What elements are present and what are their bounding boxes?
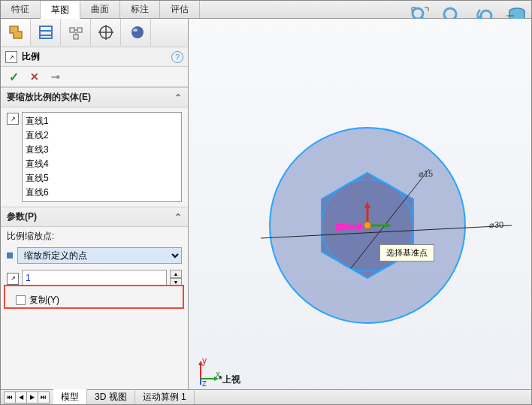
- scale-point-dropdown[interactable]: 缩放所定义的点: [17, 247, 182, 264]
- svg-rect-7: [40, 26, 52, 38]
- dimension-label[interactable]: ⌀15: [419, 169, 433, 179]
- svg-rect-13: [74, 35, 78, 39]
- svg-text:z: z: [202, 378, 207, 386]
- entity-list[interactable]: 直线1 直线2 直线3 直线4 直线5 直线6 圆弧1 圆弧2: [22, 112, 182, 202]
- svg-point-0: [413, 8, 423, 19]
- list-item[interactable]: 圆弧1: [24, 200, 180, 202]
- tooltip: 选择基准点: [379, 244, 434, 261]
- section-entities-header[interactable]: 要缩放比例的实体(E) ⌃: [1, 87, 188, 107]
- scale-factor-input[interactable]: [22, 270, 167, 286]
- scale-icon: ↗: [5, 51, 17, 63]
- svg-rect-10: [70, 28, 74, 32]
- tab-nav-prev-button[interactable]: ◀: [15, 391, 27, 403]
- svg-point-18: [131, 26, 144, 38]
- tab-annotation[interactable]: 标注: [120, 1, 160, 18]
- tab-nav-last-button[interactable]: ⏭: [38, 391, 50, 403]
- list-item[interactable]: 直线3: [24, 143, 180, 157]
- tab-evaluate[interactable]: 评估: [160, 1, 200, 18]
- panel-tab-feature[interactable]: [1, 19, 31, 46]
- entity-picker-icon[interactable]: ↗: [7, 113, 19, 125]
- help-icon[interactable]: ?: [171, 51, 183, 63]
- copy-checkbox[interactable]: [16, 295, 26, 305]
- panel-tab-dimxpert[interactable]: [91, 19, 121, 46]
- property-panel: ↗ 比例 ? ✓ ✕ ⊸ 要缩放比例的实体(E) ⌃ ↗ 直线1 直线2 直线3…: [1, 19, 189, 389]
- svg-text:y: y: [202, 356, 207, 366]
- tab-feature[interactable]: 特征: [1, 1, 41, 18]
- svg-marker-30: [336, 222, 364, 232]
- copy-label: 复制(Y): [29, 294, 59, 307]
- list-item[interactable]: 直线5: [24, 171, 180, 186]
- list-item[interactable]: 直线4: [24, 157, 180, 171]
- panel-tab-config[interactable]: [61, 19, 91, 46]
- annotation-arrow-icon: [336, 222, 364, 232]
- panel-tab-appearance[interactable]: [121, 19, 151, 46]
- dropdown-marker-icon: [7, 252, 13, 258]
- svg-point-29: [364, 222, 371, 229]
- document-tabs: ⏮ ◀ ▶ ⏭ 模型 3D 视图 运动算例 1: [1, 389, 531, 404]
- tab-sketch[interactable]: 草图: [41, 2, 80, 19]
- pin-button[interactable]: ⊸: [49, 70, 62, 83]
- dimension-label[interactable]: ⌀30: [489, 220, 503, 230]
- spin-up-button[interactable]: ▲: [170, 270, 182, 278]
- tab-surface[interactable]: 曲面: [80, 1, 120, 18]
- list-item[interactable]: 直线6: [24, 186, 180, 200]
- collapse-icon[interactable]: ⌃: [174, 212, 182, 222]
- spin-buttons: ▲ ▼: [170, 270, 182, 286]
- panel-tab-property[interactable]: [31, 19, 61, 46]
- scale-factor-icon[interactable]: ↗: [7, 273, 19, 285]
- tab-3dview[interactable]: 3D 视图: [87, 389, 135, 405]
- section-params-label: 参数(P): [7, 210, 37, 223]
- cancel-button[interactable]: ✕: [28, 70, 41, 83]
- panel-header: ↗ 比例 ?: [1, 47, 188, 67]
- panel-actions: ✓ ✕ ⊸: [1, 67, 188, 87]
- graphics-viewport[interactable]: ⌀15 ⌀30 选择基准点 y x z *上视: [189, 19, 531, 389]
- tab-motion[interactable]: 运动算例 1: [135, 389, 195, 405]
- tab-nav-next-button[interactable]: ▶: [26, 391, 38, 403]
- svg-point-19: [133, 29, 138, 32]
- panel-tab-bar: [1, 19, 188, 47]
- panel-title: 比例: [22, 50, 40, 63]
- ok-button[interactable]: ✓: [7, 70, 20, 83]
- spin-down-button[interactable]: ▼: [170, 278, 182, 286]
- list-item[interactable]: 直线1: [24, 114, 180, 128]
- svg-rect-11: [77, 28, 82, 32]
- scale-point-label: 比例缩放点:: [1, 227, 188, 246]
- view-orientation-label: *上视: [219, 373, 240, 386]
- list-item[interactable]: 直线2: [24, 128, 180, 143]
- collapse-icon[interactable]: ⌃: [174, 92, 182, 103]
- tab-model[interactable]: 模型: [53, 389, 87, 405]
- section-params-header[interactable]: 参数(P) ⌃: [1, 207, 188, 227]
- tab-nav-first-button[interactable]: ⏮: [4, 391, 16, 403]
- section-entities-label: 要缩放比例的实体(E): [7, 91, 91, 104]
